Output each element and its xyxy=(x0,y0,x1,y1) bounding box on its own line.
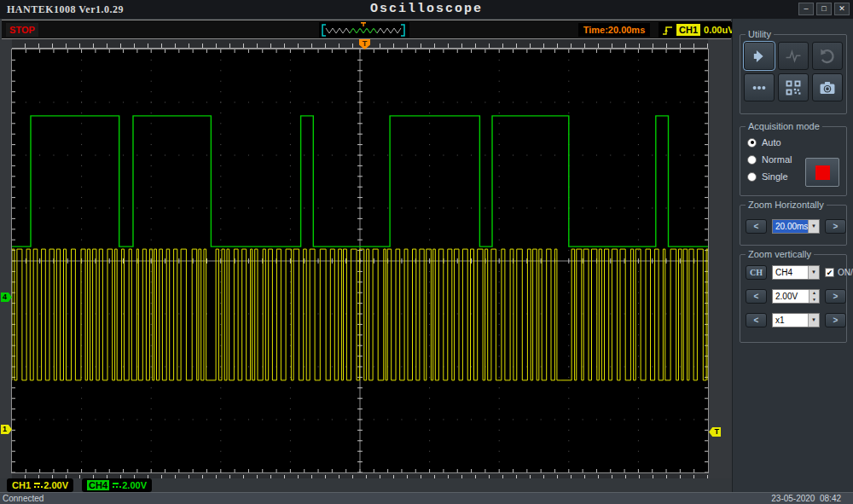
ellipsis-icon xyxy=(750,79,769,96)
ch1-scale-badge[interactable]: CH1 2.00V xyxy=(7,478,73,492)
multiplier-prev-button[interactable]: < xyxy=(746,313,767,327)
ch1-scale-value: 2.00V xyxy=(44,480,68,490)
ch4-scale-value: 2.00V xyxy=(122,480,147,490)
radio-normal[interactable]: Normal xyxy=(747,154,792,165)
trigger-slope-icon xyxy=(662,24,673,36)
volt-scale-next-button[interactable]: > xyxy=(825,289,846,304)
scope-graticule-and-traces xyxy=(12,49,708,472)
radio-normal-label: Normal xyxy=(762,154,792,165)
screenshot-button[interactable] xyxy=(812,73,843,101)
timebase-combo-value: 20.00ms xyxy=(773,220,808,233)
volt-scale-prev-button[interactable]: < xyxy=(746,289,767,304)
maximize-button[interactable]: □ xyxy=(816,3,832,15)
ch4-ground-marker[interactable]: 4 xyxy=(1,293,12,302)
close-button[interactable]: ✕ xyxy=(834,3,850,15)
ch4-scale-badge[interactable]: CH4 2.00V xyxy=(82,478,152,492)
qr-code-button[interactable] xyxy=(778,73,809,101)
oscilloscope-app: HANTEK1008 Ver1.0.29 Oscilloscope – □ ✕ … xyxy=(0,0,853,504)
connection-status: Connected xyxy=(3,494,44,503)
timebase-combo[interactable]: 20.00ms ▼ xyxy=(772,219,820,234)
more-options-button[interactable] xyxy=(744,73,775,101)
datetime-readout: 23-05-2020 08:42 xyxy=(771,494,841,503)
trigger-source-badge: CH1 xyxy=(676,24,700,36)
channel-combo-value: CH4 xyxy=(773,266,808,279)
radio-auto[interactable]: Auto xyxy=(747,137,792,148)
volt-scale-value: 2.00V xyxy=(773,290,809,303)
timebase-prev-button[interactable]: < xyxy=(746,219,767,234)
zoom-horizontal-label: Zoom Horizontally xyxy=(746,200,827,210)
ch4-label: CH4 xyxy=(87,480,109,490)
window-controls: – □ ✕ xyxy=(798,3,850,15)
zoom-horizontal-group: Zoom Horizontally < 20.00ms ▼ > xyxy=(740,205,847,246)
radio-single-dot[interactable] xyxy=(747,172,757,182)
stop-square-icon xyxy=(815,165,830,180)
dc-coupling-icon xyxy=(34,483,40,489)
volt-scale-spinner[interactable]: 2.00V ▲ ▼ xyxy=(772,289,820,304)
waveform-preview[interactable] xyxy=(319,22,409,38)
trigger-readout: CH1 0.00uV xyxy=(659,22,737,38)
multiplier-combo-value: x1 xyxy=(773,314,808,327)
calibrate-button[interactable] xyxy=(778,42,809,70)
radio-auto-dot[interactable] xyxy=(747,138,757,148)
onoff-label: ON/OFF xyxy=(838,268,853,277)
radio-normal-dot[interactable] xyxy=(747,155,757,165)
control-sidebar: Utility xyxy=(732,19,853,492)
acquisition-mode-group: Acquisition mode Auto Normal Single xyxy=(740,126,847,196)
camera-icon xyxy=(818,79,837,96)
channel-select-button[interactable]: CH xyxy=(746,265,767,280)
utility-group: Utility xyxy=(740,34,847,114)
combo-dropdown-icon[interactable]: ▼ xyxy=(808,266,819,279)
minimize-button[interactable]: – xyxy=(798,3,814,15)
combo-dropdown-icon[interactable]: ▼ xyxy=(808,314,819,327)
zoom-vertical-group: Zoom vertically CH CH4 ▼ ✔ ON/OFF < 2.00… xyxy=(740,254,847,343)
utility-group-label: Utility xyxy=(746,29,774,39)
combo-dropdown-icon[interactable]: ▼ xyxy=(808,220,819,233)
acquisition-group-label: Acquisition mode xyxy=(746,121,822,131)
ch1-ground-marker[interactable]: 1 xyxy=(1,425,12,434)
spin-down-icon[interactable]: ▼ xyxy=(809,297,819,304)
timebase-readout: Time:20.00ms xyxy=(578,23,650,37)
scope-region: T 4 1 T xyxy=(0,39,732,478)
multiplier-combo[interactable]: x1 ▼ xyxy=(772,313,820,327)
undo-arrow-icon xyxy=(818,48,837,65)
status-bar: Connected 23-05-2020 08:42 xyxy=(0,492,853,504)
acquisition-stop-button[interactable] xyxy=(805,158,839,187)
run-stop-status: STOP xyxy=(6,23,38,37)
onoff-checkbox[interactable]: ✔ xyxy=(825,268,834,277)
channel-onoff-toggle[interactable]: ✔ ON/OFF xyxy=(825,268,853,277)
ch1-label: CH1 xyxy=(12,480,31,490)
multiplier-next-button[interactable]: > xyxy=(825,313,846,327)
scope-display[interactable] xyxy=(12,49,708,472)
channel-status-row: CH1 2.00V CH4 2.00V xyxy=(0,478,732,493)
window-title: Oscilloscope xyxy=(0,2,853,16)
pulse-waveform-icon xyxy=(784,48,803,65)
timebase-next-button[interactable]: > xyxy=(825,219,846,234)
back-arrow-icon xyxy=(750,48,769,65)
radio-auto-label: Auto xyxy=(762,137,781,148)
waveform-preview-icon xyxy=(319,22,409,38)
qr-code-icon xyxy=(785,79,802,96)
zoom-vertical-label: Zoom vertically xyxy=(746,249,814,259)
radio-single-label: Single xyxy=(762,171,788,182)
channel-combo[interactable]: CH4 ▼ xyxy=(772,265,820,280)
undo-button[interactable] xyxy=(812,42,843,70)
radio-single[interactable]: Single xyxy=(747,171,792,182)
back-button[interactable] xyxy=(744,42,775,70)
spin-up-icon[interactable]: ▲ xyxy=(809,290,819,297)
title-bar: HANTEK1008 Ver1.0.29 Oscilloscope – □ ✕ xyxy=(0,0,853,19)
trigger-level-readout: 0.00uV xyxy=(704,25,734,35)
trigger-level-marker[interactable]: T xyxy=(709,427,721,437)
dc-coupling-icon xyxy=(113,483,119,489)
top-toolbar: STOP Time:20.00ms CH1 0.00uV xyxy=(2,20,731,39)
